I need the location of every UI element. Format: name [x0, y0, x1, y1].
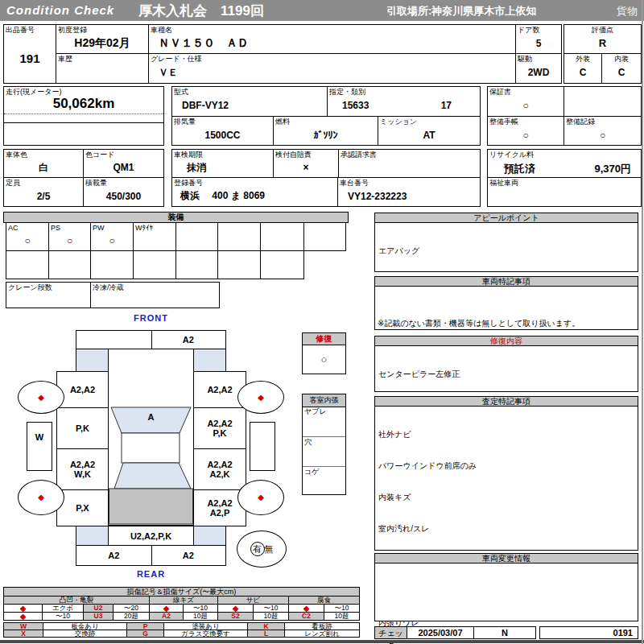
front-corner-right-panel: [193, 349, 226, 372]
interior-grade-value: C: [602, 62, 641, 83]
notes-disclaimer: ※記載のない書類・機器等は無しとして取り扱います。: [378, 318, 580, 328]
rocker-panel-right: [250, 422, 275, 471]
equipment-cell-empty: [133, 250, 176, 279]
reefer-cell: 冷凍/冷蔵: [90, 282, 220, 308]
appeal-line: エアバッグ: [378, 246, 634, 256]
car-center-column: A: [108, 349, 194, 526]
reefer-label: 冷凍/冷蔵: [93, 283, 124, 291]
legend-dent-diamond2: ◆: [3, 612, 43, 621]
body-color-value: 白: [4, 158, 83, 177]
damage-diamond-icon: ◆: [233, 605, 239, 613]
category-badge: 貨物: [617, 4, 638, 19]
legend-dent-size2b: 20超: [113, 612, 150, 621]
title-bar: Condition Check 厚木入札会 1199回 引取場所:神奈川県厚木市…: [0, 0, 644, 21]
first-registration-value: H29年02月: [56, 33, 148, 53]
rear-label: REAR: [76, 569, 226, 579]
assessment-line: 社外ナビ: [378, 429, 634, 440]
score-cell: 評価点 R: [564, 24, 642, 54]
model-code-cell: 型式 DBF-VY12: [171, 86, 328, 117]
damage-diamond-icon: ◆: [38, 493, 44, 502]
exterior-grade-value: C: [564, 62, 601, 83]
page-right-edge: [642, 0, 643, 644]
equipment-cell-empty: [175, 222, 218, 251]
equipment-cell-empty: [175, 250, 218, 279]
recycle-fee-value: 9,370円: [594, 162, 631, 176]
wheel-front-right: ◆: [237, 381, 284, 414]
legend-code-a2: A2: [149, 612, 184, 621]
mileage-divider-dotted: [4, 114, 163, 114]
vehicle-notes-body: ※記載のない書類・機器等は無しとして取り扱います。: [374, 286, 638, 330]
warranty-mark: ○: [488, 95, 564, 116]
load-capacity-value: 450/300: [84, 186, 163, 206]
legend-corrosion-size2: 10超: [324, 612, 360, 621]
spare-tire-indicator: 有無: [237, 530, 287, 568]
equipment-cell-empty: [90, 250, 134, 279]
equipment-cell-empty: [303, 222, 346, 251]
equipment-cell-empty: [217, 250, 261, 279]
legend-mark-x-label: 交換跡: [43, 630, 127, 638]
maintenance-book-mark: ○: [488, 125, 564, 145]
cabin-row-burn: コゲ: [303, 466, 345, 497]
equipment-mark-ac: ○: [6, 231, 48, 250]
recycle-fee-cell: リサイクル料 預託済 9,370円: [487, 149, 642, 178]
class-value-a: 15633: [342, 100, 369, 111]
legend-code-u3: U3: [83, 612, 114, 621]
damage-diamond-icon: ◆: [38, 394, 44, 402]
equipment-mark-pw: ○: [91, 231, 133, 250]
mileage-divider-solid: [4, 122, 163, 123]
front-bumper-right-panel: A2: [151, 331, 226, 349]
maintenance-record-cell: 整備記録 ○: [564, 116, 642, 146]
class-cell: 指定・類別 15633 17: [327, 86, 481, 117]
displacement-cell: 排気量 1500CC: [171, 116, 274, 146]
cabin-row-hole: 穴: [303, 436, 345, 467]
wheel-rear-left: ◆: [18, 480, 64, 515]
fender-front-left: A2,A2: [56, 371, 109, 408]
color-code-cell: 色コード QM1: [83, 149, 164, 178]
front-bumper: A2: [76, 330, 226, 349]
equipment-cell-empty: [217, 222, 261, 251]
cabin-row-tear: ヤブレ: [303, 407, 345, 436]
fuel-cell: 燃料 ｶﾞｿﾘﾝ: [273, 116, 378, 146]
door-front-right: A2,A2P,K: [193, 407, 246, 449]
rocker-left-mark: W: [27, 432, 52, 442]
model-code-value: DBF-VY12: [172, 95, 327, 116]
drive-value: 2WD: [516, 62, 561, 83]
cabin-lining-box: 客室内張 ヤブレ 穴 コゲ: [302, 394, 346, 495]
assessment-body: 社外ナビ パワーウインドウ前席のみ 内装キズ 室内汚れ/スレ ルーフキャリア付 …: [374, 406, 638, 551]
approval-cell: 承認請求書: [338, 149, 481, 178]
auction-sheet: Condition Check 厚木入札会 1199回 引取場所:神奈川県厚木市…: [0, 0, 644, 644]
wheel-rear-right: ◆: [237, 480, 284, 515]
chassis-number-value: VY12-232223: [338, 186, 480, 206]
legend-rust-size2: 10超: [253, 612, 289, 621]
spare-yes-circled: 有: [250, 542, 265, 556]
maintenance-book-cell: 整備手帳 ○: [487, 116, 564, 146]
equipment-header: 装備: [3, 212, 349, 223]
equipment-cell-ps: PS ○: [48, 222, 91, 251]
windshield-mark: A: [109, 412, 193, 422]
doors-cell: ドア数 5: [515, 24, 562, 54]
equipment-cell-pw: PW ○: [90, 222, 134, 251]
check-serial-cell: 0191: [539, 626, 638, 639]
damage-diamond-icon: ◆: [20, 613, 27, 621]
capacity-value: 2/5: [4, 186, 83, 206]
pickup-location: 引取場所:神奈川県厚木市上依知: [386, 4, 536, 19]
grade-value: ＶＥ: [149, 62, 515, 83]
color-code-value: QM1: [84, 158, 163, 177]
legend-mark-l-label: レンズ割れ: [284, 630, 360, 638]
welfare-cell: 福祉車両: [487, 177, 642, 207]
insurance-cell: 検付自賠責 ×: [273, 149, 339, 178]
registration-number-cell: 登録番号 横浜 400 ま 8069: [171, 177, 338, 207]
legend-mark-g: G: [126, 630, 164, 638]
assessment-line: 室内汚れ/スレ: [378, 523, 634, 534]
repair-flag-title: 修復: [303, 333, 345, 345]
equipment-cell-ac: AC ○: [6, 222, 49, 251]
doors-value: 5: [516, 33, 561, 53]
load-capacity-cell: 積載量 450/300: [83, 177, 164, 207]
equipment-cell-empty: [260, 222, 304, 251]
welfare-label: 福祉車両: [489, 179, 518, 187]
class-label: 指定・類別: [329, 88, 365, 96]
repair-line: センターピラー左修正: [378, 369, 634, 379]
damage-diamond-icon: ◆: [20, 605, 27, 613]
front-corner-left-panel: [76, 349, 109, 372]
rear-corner-right-panel: [193, 526, 226, 546]
